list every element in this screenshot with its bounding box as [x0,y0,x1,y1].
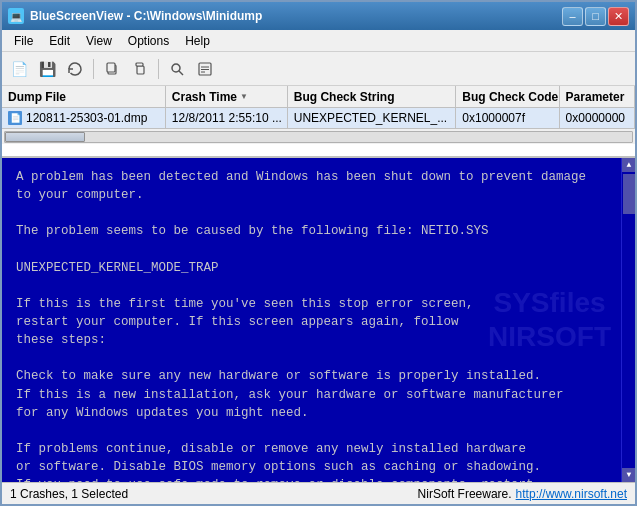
svg-rect-3 [136,63,143,66]
cell-crash-time: 12/8/2011 2:55:10 ... [166,108,288,128]
bsod-text: A problem has been detected and Windows … [16,168,621,482]
table-row[interactable]: 📄 120811-25303-01.dmp 12/8/2011 2:55:10 … [2,108,635,128]
statusbar-link[interactable]: http://www.nirsoft.net [516,487,627,501]
svg-rect-1 [107,63,115,72]
dump-table: Dump File Crash Time ▼ Bug Check String … [2,86,635,158]
main-window: 💻 BlueScreenView - C:\Windows\Minidump –… [0,0,637,506]
toolbar-refresh[interactable] [62,56,88,82]
toolbar-copy[interactable] [99,56,125,82]
menu-edit[interactable]: Edit [41,32,78,50]
bsod-panel: SYSfilesNIRSOFT A problem has been detec… [2,158,635,482]
table-header: Dump File Crash Time ▼ Bug Check String … [2,86,635,108]
menubar: File Edit View Options Help [2,30,635,52]
bsod-scroll-thumb [623,174,635,214]
window-controls: – □ ✕ [562,7,629,26]
close-button[interactable]: ✕ [608,7,629,26]
statusbar-label: NirSoft Freeware. [418,487,512,501]
bsod-scroll-down[interactable]: ▼ [622,468,635,482]
window-title: BlueScreenView - C:\Windows\Minidump [30,9,262,23]
bsod-scrollbar-v[interactable]: ▲ ▼ [621,158,635,482]
statusbar: 1 Crashes, 1 Selected NirSoft Freeware. … [2,482,635,504]
svg-line-5 [179,71,183,75]
statusbar-left: 1 Crashes, 1 Selected [10,487,128,501]
menu-options[interactable]: Options [120,32,177,50]
cell-bug-check-code: 0x1000007f [456,108,559,128]
toolbar-save[interactable]: 💾 [34,56,60,82]
col-header-param[interactable]: Parameter [560,86,635,108]
app-icon: 💻 [8,8,24,24]
bsod-scroll-track [622,172,635,468]
col-header-bugcheck[interactable]: Bug Check String [288,86,457,108]
title-bar: 💻 BlueScreenView - C:\Windows\Minidump –… [2,2,635,30]
cell-bug-check-string: UNEXPECTED_KERNEL_... [288,108,457,128]
sort-arrow-crash: ▼ [240,92,248,101]
bsod-scroll-up[interactable]: ▲ [622,158,635,172]
minimize-button[interactable]: – [562,7,583,26]
menu-file[interactable]: File [6,32,41,50]
menu-help[interactable]: Help [177,32,218,50]
toolbar-report[interactable] [192,56,218,82]
statusbar-right: NirSoft Freeware. http://www.nirsoft.net [418,487,627,501]
svg-point-4 [172,64,180,72]
cell-parameter: 0x0000000 [560,108,635,128]
toolbar-new[interactable]: 📄 [6,56,32,82]
toolbar-search[interactable] [164,56,190,82]
col-header-dump[interactable]: Dump File [2,86,166,108]
menu-view[interactable]: View [78,32,120,50]
col-header-crash[interactable]: Crash Time ▼ [166,86,288,108]
svg-rect-2 [137,66,144,74]
toolbar-sep2 [158,59,159,79]
table-scrollbar-h[interactable] [2,128,635,144]
maximize-button[interactable]: □ [585,7,606,26]
toolbar-sep1 [93,59,94,79]
file-icon: 📄 [8,111,22,125]
toolbar-paste[interactable] [127,56,153,82]
col-header-code[interactable]: Bug Check Code [456,86,559,108]
toolbar: 📄 💾 [2,52,635,86]
cell-dump-file: 📄 120811-25303-01.dmp [2,108,166,128]
